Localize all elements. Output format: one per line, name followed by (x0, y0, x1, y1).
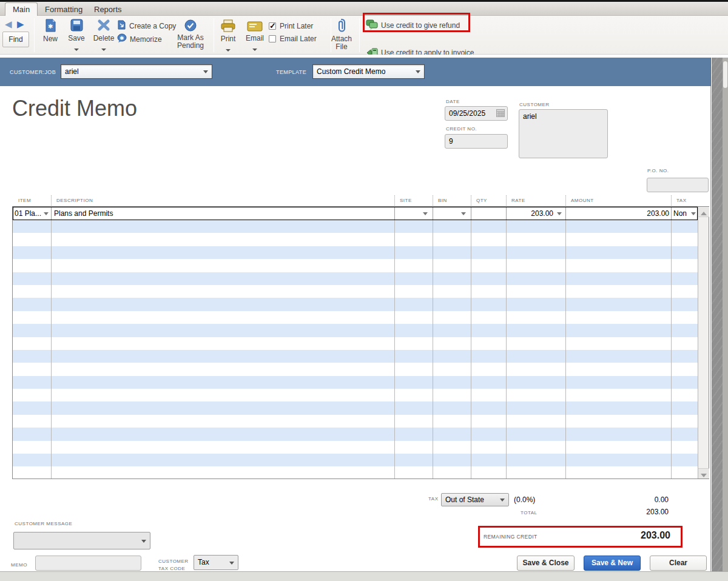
empty-cell[interactable] (566, 363, 672, 375)
print-later-checkbox[interactable]: Print Later (269, 20, 313, 31)
empty-cell[interactable] (507, 311, 566, 324)
empty-cell[interactable] (471, 415, 507, 428)
attach-file-button[interactable]: Attach File (329, 18, 354, 51)
memorize-button[interactable]: ✱ Memorize (117, 33, 162, 44)
empty-cell[interactable] (471, 376, 507, 389)
empty-cell[interactable] (52, 220, 395, 233)
use-credit-refund-button[interactable]: Use credit to give refund (366, 19, 460, 30)
col-header-qty[interactable]: QTY (471, 195, 506, 206)
grid-empty-row[interactable] (13, 401, 698, 414)
empty-cell[interactable] (13, 401, 52, 414)
empty-cell[interactable] (672, 363, 698, 375)
empty-cell[interactable] (507, 246, 566, 259)
grid-empty-row[interactable] (13, 311, 698, 324)
col-header-tax[interactable]: TAX (671, 195, 697, 206)
empty-cell[interactable] (13, 259, 52, 272)
empty-cell[interactable] (471, 324, 507, 337)
empty-cell[interactable] (395, 466, 433, 479)
customer-address-box[interactable]: ariel (519, 109, 608, 158)
calendar-icon[interactable] (496, 109, 505, 117)
empty-cell[interactable] (672, 389, 698, 401)
delete-dropdown-caret[interactable] (101, 49, 106, 51)
grid-empty-row[interactable] (13, 324, 698, 337)
empty-cell[interactable] (507, 350, 566, 363)
empty-cell[interactable] (507, 389, 566, 401)
tax-cell[interactable]: Non (672, 207, 698, 220)
empty-cell[interactable] (433, 376, 471, 389)
empty-cell[interactable] (672, 441, 698, 454)
tab-formatting[interactable]: Formatting (38, 3, 90, 16)
empty-cell[interactable] (566, 285, 672, 298)
col-header-site[interactable]: SITE (394, 195, 433, 206)
empty-cell[interactable] (433, 272, 471, 285)
empty-cell[interactable] (672, 401, 698, 414)
chevron-down-icon[interactable] (423, 212, 428, 215)
print-later-checkbox-box[interactable] (269, 22, 276, 30)
grid-empty-row[interactable] (13, 337, 698, 350)
empty-cell[interactable] (672, 246, 698, 259)
grid-empty-row[interactable] (13, 233, 698, 246)
empty-cell[interactable] (395, 298, 433, 311)
empty-cell[interactable] (13, 285, 52, 298)
empty-cell[interactable] (672, 428, 698, 440)
chevron-down-icon[interactable] (691, 212, 696, 215)
grid-empty-row[interactable] (13, 466, 698, 479)
empty-cell[interactable] (566, 324, 672, 337)
empty-cell[interactable] (433, 298, 471, 311)
empty-cell[interactable] (395, 324, 433, 337)
empty-cell[interactable] (471, 466, 507, 479)
empty-cell[interactable] (507, 441, 566, 454)
template-combo[interactable]: Custom Credit Memo (312, 64, 425, 79)
empty-cell[interactable] (433, 350, 471, 363)
scroll-down-button[interactable] (698, 468, 709, 479)
chevron-down-icon[interactable] (416, 70, 420, 73)
empty-cell[interactable] (52, 441, 395, 454)
empty-cell[interactable] (13, 298, 52, 311)
empty-cell[interactable] (672, 259, 698, 272)
col-header-bin[interactable]: BIN (433, 195, 471, 206)
empty-cell[interactable] (507, 466, 566, 479)
empty-cell[interactable] (566, 454, 672, 466)
empty-cell[interactable] (13, 428, 52, 440)
credit-no-field[interactable]: 9 (445, 134, 508, 149)
empty-cell[interactable] (13, 350, 52, 363)
grid-empty-row[interactable] (13, 259, 698, 272)
scroll-up-button[interactable] (698, 207, 709, 217)
empty-cell[interactable] (566, 350, 672, 363)
email-dropdown-caret[interactable] (252, 49, 257, 51)
empty-cell[interactable] (52, 337, 395, 350)
empty-cell[interactable] (395, 389, 433, 401)
empty-cell[interactable] (471, 285, 507, 298)
col-header-amount[interactable]: AMOUNT (565, 195, 671, 206)
empty-cell[interactable] (395, 259, 433, 272)
print-dropdown-caret[interactable] (226, 49, 231, 52)
grid-empty-row[interactable] (13, 285, 698, 298)
empty-cell[interactable] (566, 298, 672, 311)
empty-cell[interactable] (507, 454, 566, 466)
tab-reports[interactable]: Reports (87, 3, 129, 16)
empty-cell[interactable] (507, 233, 566, 246)
empty-cell[interactable] (395, 401, 433, 414)
customer-message-combo[interactable] (13, 532, 150, 549)
empty-cell[interactable] (13, 466, 52, 479)
col-header-item[interactable]: ITEM (12, 195, 51, 206)
empty-cell[interactable] (52, 415, 395, 428)
empty-cell[interactable] (672, 350, 698, 363)
clear-button[interactable]: Clear (650, 556, 707, 571)
empty-cell[interactable] (433, 259, 471, 272)
grid-empty-row[interactable] (13, 428, 698, 440)
save-button[interactable]: Save (66, 19, 87, 53)
chevron-down-icon[interactable] (44, 212, 49, 215)
grid-empty-row[interactable] (13, 363, 698, 375)
empty-cell[interactable] (672, 311, 698, 324)
empty-cell[interactable] (13, 389, 52, 401)
empty-cell[interactable] (395, 233, 433, 246)
empty-cell[interactable] (13, 376, 52, 389)
empty-cell[interactable] (433, 428, 471, 440)
grid-scrollbar[interactable] (698, 207, 709, 479)
site-cell[interactable] (395, 207, 433, 220)
chevron-down-icon[interactable] (500, 499, 505, 502)
save-and-new-button[interactable]: Save & New (584, 556, 641, 571)
empty-cell[interactable] (433, 285, 471, 298)
empty-cell[interactable] (566, 376, 672, 389)
